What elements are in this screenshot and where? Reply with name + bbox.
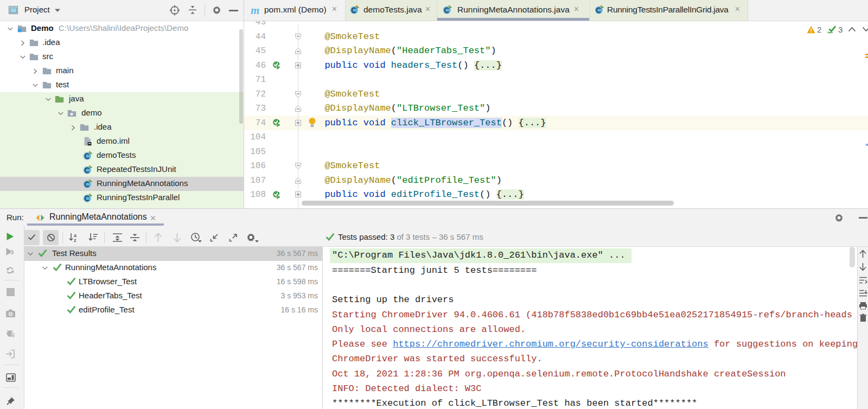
svg-text:z: z [74, 238, 76, 242]
svg-text:9: 9 [10, 249, 14, 255]
